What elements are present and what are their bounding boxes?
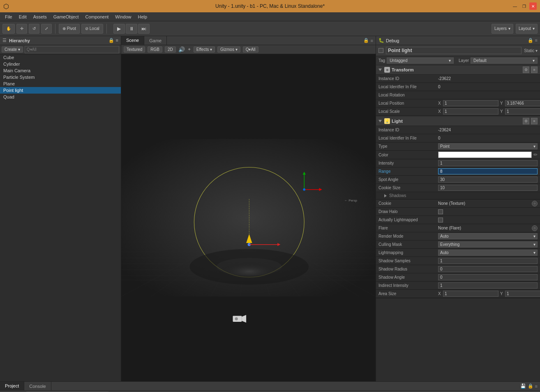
hierarchy-search-input[interactable] (25, 46, 119, 53)
light-component-header[interactable]: 💡 Light ⚙ ≡ (376, 117, 540, 126)
gameobject-name-input[interactable] (386, 47, 522, 54)
hierarchy-panel: ☰ Hierarchy 🔒 ≡ Create ▾ Cube Cylinder M… (0, 36, 121, 381)
menu-component[interactable]: Component (82, 14, 112, 20)
light-cookie-value: None (Texture) (438, 201, 530, 206)
step-button[interactable]: ⏭ (138, 24, 150, 34)
bottom-menu-icon[interactable]: ≡ (535, 384, 538, 389)
gameobject-active-checkbox[interactable] (378, 48, 383, 53)
svg-text:← Persp: ← Persp (344, 199, 358, 202)
light-menu-icon[interactable]: ≡ (531, 118, 538, 124)
layer-dropdown[interactable]: Default▾ (471, 57, 538, 64)
layers-dropdown[interactable]: Layers ▾ (492, 24, 513, 34)
light-intensity-input[interactable] (438, 160, 538, 166)
menu-assets[interactable]: Assets (30, 14, 50, 20)
hierarchy-item-point-light[interactable]: Point light (0, 87, 121, 94)
play-button[interactable]: ▶ (113, 24, 125, 34)
layout-dropdown[interactable]: Layout ▾ (516, 24, 538, 34)
bottom-save-icon[interactable]: 💾 (520, 383, 526, 389)
pivot-button[interactable]: ⊕ Pivot (59, 24, 80, 34)
transform-instance-id-row: Instance ID -23622 (376, 75, 540, 83)
actually-lightmapped-checkbox[interactable] (438, 218, 443, 222)
area-size-y-input[interactable] (505, 291, 540, 297)
maximize-button[interactable]: ❐ (520, 2, 528, 10)
tag-dropdown[interactable]: Untagged▾ (387, 57, 454, 64)
inspector-menu-icon[interactable]: ≡ (535, 38, 538, 43)
all-layers-dropdown[interactable]: Q▾All (243, 46, 258, 53)
area-size-x-input[interactable] (443, 291, 498, 297)
shadows-section[interactable]: Shadows (376, 192, 540, 199)
close-button[interactable]: ✕ (529, 2, 537, 10)
hierarchy-header: ☰ Hierarchy 🔒 ≡ (0, 36, 121, 45)
menu-help[interactable]: Help (134, 14, 150, 20)
fx-icon[interactable]: ✦ (187, 47, 191, 52)
tab-project[interactable]: Project (0, 382, 24, 391)
hierarchy-lock-icon[interactable]: 🔒 (108, 38, 114, 43)
hierarchy-create-button[interactable]: Create ▾ (2, 46, 23, 53)
inspector-lock-icon[interactable]: 🔒 (528, 38, 533, 43)
transform-settings-icon[interactable]: ⚙ (523, 66, 529, 73)
scale-tool[interactable]: ⤢ (41, 24, 52, 34)
light-spot-angle-input[interactable] (438, 177, 538, 183)
light-type-dropdown[interactable]: Point▾ (438, 143, 538, 149)
hierarchy-item-main-camera[interactable]: Main Camera (0, 67, 121, 74)
eyedropper-icon[interactable]: ✏ (533, 152, 538, 158)
indirect-intensity-label: Indirect Intensity (378, 283, 438, 288)
viewport-lock-icon[interactable]: 🔒 (363, 38, 369, 43)
hierarchy-list: Cube Cylinder Main Camera Particle Syste… (0, 54, 121, 100)
menu-gameobject[interactable]: GameObject (50, 14, 82, 20)
light-settings-icon[interactable]: ⚙ (523, 118, 529, 124)
local-scale-x-input[interactable] (443, 108, 498, 115)
lightmapping-dropdown[interactable]: Auto▾ (438, 250, 538, 256)
light-range-row: Range (376, 167, 540, 176)
bottom-lock-icon[interactable]: 🔒 (528, 383, 533, 389)
shadow-samples-input[interactable] (438, 258, 538, 264)
transform-menu-icon[interactable]: ≡ (531, 66, 538, 73)
hierarchy-item-particle-system[interactable]: Particle System (0, 74, 121, 80)
local-button[interactable]: ⊘ Local (81, 24, 103, 34)
hand-tool[interactable]: ✋ (2, 24, 15, 34)
hierarchy-item-quad[interactable]: Quad (0, 94, 121, 100)
culling-mask-dropdown[interactable]: Everything▾ (438, 241, 538, 248)
render-mode-dropdown[interactable]: Auto▾ (438, 233, 538, 239)
hierarchy-item-cylinder[interactable]: Cylinder (0, 61, 121, 67)
light-cookie-size-input[interactable] (438, 185, 538, 191)
static-dropdown[interactable]: Static ▾ (524, 48, 538, 53)
indirect-intensity-input[interactable] (438, 282, 538, 289)
pause-button[interactable]: ⏸ (126, 24, 137, 34)
flare-row: Flare None (Flare) ○ (376, 224, 540, 232)
shadow-angle-input[interactable] (438, 274, 538, 280)
menu-edit[interactable]: Edit (16, 14, 30, 20)
tab-game[interactable]: Game (144, 36, 167, 45)
scene-viewport[interactable]: ← Persp (121, 54, 376, 381)
viewport-menu-icon[interactable]: ≡ (371, 38, 373, 43)
shadow-radius-input[interactable] (438, 266, 538, 272)
local-position-y-input[interactable] (505, 100, 540, 106)
effects-dropdown[interactable]: Effects ▾ (194, 46, 215, 53)
light-range-input[interactable] (438, 168, 538, 174)
move-tool[interactable]: ✛ (16, 24, 27, 34)
local-position-x-input[interactable] (443, 100, 498, 106)
menu-file[interactable]: File (2, 14, 16, 20)
tab-scene[interactable]: Scene (121, 36, 144, 45)
hierarchy-icon: ☰ (2, 38, 7, 43)
hierarchy-item-plane[interactable]: Plane (0, 80, 121, 87)
cookie-select-button[interactable]: ○ (532, 201, 538, 206)
flare-select-button[interactable]: ○ (532, 225, 538, 231)
separator-2 (106, 24, 107, 34)
audio-icon[interactable]: 🔊 (178, 46, 185, 53)
local-scale-y-input[interactable] (505, 108, 540, 115)
draw-halo-checkbox[interactable] (438, 209, 443, 214)
light-color-swatch[interactable] (438, 151, 532, 158)
hierarchy-item-cube[interactable]: Cube (0, 54, 121, 61)
render-mode-dropdown[interactable]: Textured (124, 46, 145, 53)
rotate-tool[interactable]: ↺ (29, 24, 39, 34)
tab-console[interactable]: Console (24, 382, 51, 391)
menu-window[interactable]: Window (112, 14, 134, 20)
hierarchy-toolbar: Create ▾ (0, 45, 121, 54)
gizmos-dropdown[interactable]: Gizmos ▾ (217, 46, 240, 53)
hierarchy-menu-icon[interactable]: ≡ (116, 38, 118, 43)
transform-component-header[interactable]: ⊕ Transform ⚙ ≡ (376, 65, 540, 75)
mode-2d-button[interactable]: 2D (165, 46, 176, 53)
color-space-dropdown[interactable]: RGB (148, 46, 162, 53)
minimize-button[interactable]: — (511, 2, 519, 10)
